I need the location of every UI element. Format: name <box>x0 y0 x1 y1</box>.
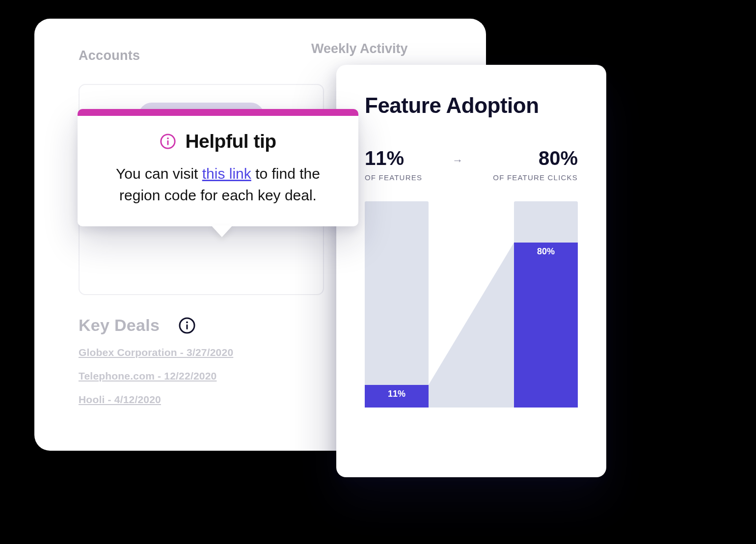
bar-fill: 11% <box>365 385 429 408</box>
chart-connector <box>429 201 514 408</box>
tip-text: You can visit <box>116 165 202 182</box>
chart-bar-left: 11% <box>365 201 429 408</box>
info-icon <box>160 133 176 150</box>
stat-left: 11% OF FEATURES <box>365 147 422 182</box>
stat-right: 80% OF FEATURE CLICKS <box>493 147 578 182</box>
svg-rect-2 <box>187 324 188 329</box>
key-deals-heading: Key Deals <box>79 316 160 335</box>
stat-right-label: OF FEATURE CLICKS <box>493 173 578 182</box>
stat-left-value: 11% <box>365 147 422 169</box>
chart-bar-right: 80% <box>514 201 578 408</box>
weekly-activity-heading: Weekly Activity <box>311 41 408 56</box>
bar-track <box>365 201 429 408</box>
helpful-tip-popover: Helpful tip You can visit this link to f… <box>78 109 358 226</box>
svg-point-5 <box>167 137 169 139</box>
tip-link[interactable]: this link <box>202 165 251 182</box>
info-icon[interactable] <box>178 317 196 334</box>
stat-right-value: 80% <box>539 147 578 169</box>
feature-adoption-chart: 11% 80% <box>365 201 578 408</box>
feature-adoption-title: Feature Adoption <box>365 93 578 118</box>
svg-marker-3 <box>429 243 514 408</box>
tip-body: You can visit this link to find the regi… <box>96 163 340 206</box>
svg-point-1 <box>186 321 188 323</box>
tip-title: Helpful tip <box>185 131 276 152</box>
arrow-right-icon: → <box>452 154 463 167</box>
popover-tail <box>211 225 233 237</box>
feature-adoption-card: Feature Adoption 11% OF FEATURES → 80% O… <box>336 65 606 477</box>
feature-adoption-stats: 11% OF FEATURES → 80% OF FEATURE CLICKS <box>365 147 578 182</box>
bar-value-label: 80% <box>537 246 555 408</box>
bar-fill: 80% <box>514 243 578 408</box>
bar-value-label: 11% <box>388 389 405 408</box>
svg-rect-6 <box>167 140 169 145</box>
stat-left-label: OF FEATURES <box>365 173 422 182</box>
